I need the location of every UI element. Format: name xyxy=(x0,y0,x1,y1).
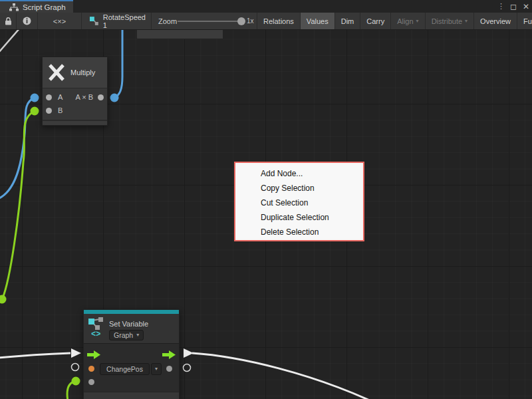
edge-dot-green-end xyxy=(0,295,7,304)
edge-dot-green-b xyxy=(31,107,39,116)
port-ring-right[interactable] xyxy=(184,364,191,372)
info-icon xyxy=(23,17,31,25)
graph-icon xyxy=(9,3,19,11)
code-icon: <×> xyxy=(53,17,66,25)
value-input-port[interactable] xyxy=(88,379,94,385)
tab-title: Script Graph xyxy=(23,3,66,11)
port-b-input[interactable] xyxy=(46,108,52,114)
chevron-down-icon: ▾ xyxy=(416,19,419,24)
menu-item-delete-selection[interactable]: Delete Selection xyxy=(235,225,363,239)
menu-item-cut-selection[interactable]: Cut Selection xyxy=(235,196,363,210)
edge-dot-blue-a xyxy=(31,94,39,102)
breadcrumb-label: RotateSpeed 1 xyxy=(103,13,151,29)
chevron-down-icon: ▾ xyxy=(136,332,139,338)
edge-white-in[interactable] xyxy=(0,353,70,358)
exec-output-arrow[interactable] xyxy=(162,350,176,359)
edge-blue-right[interactable] xyxy=(114,30,122,98)
edge-blue-left[interactable] xyxy=(0,98,35,199)
zoom-label: Zoom xyxy=(158,13,177,29)
port-out-label: A × B xyxy=(75,93,93,101)
toolbar-button-group: Relations Values Dim Carry Align ▾ Distr… xyxy=(257,13,532,29)
node-set-variable[interactable]: <> Set Variable Graph ▾ xyxy=(83,309,180,399)
multiply-x-icon xyxy=(47,64,66,81)
overview-button[interactable]: Overview xyxy=(474,13,517,29)
graph-toolbar: <×> RotateSpeed 1 Zoom 1x Relations Valu… xyxy=(0,13,532,30)
close-icon[interactable]: ✕ xyxy=(523,3,529,11)
port-a-input[interactable] xyxy=(46,94,52,100)
exec-input-arrow[interactable] xyxy=(87,350,100,359)
lock-button[interactable] xyxy=(0,13,17,29)
exec-arrowhead-in xyxy=(71,348,81,358)
edge-dot-blue-out xyxy=(110,94,119,102)
value-output-port[interactable] xyxy=(166,366,172,372)
context-menu: Add Node... Copy Selection Cut Selection… xyxy=(234,162,364,241)
zoom-value: 1x xyxy=(247,13,254,29)
graph-canvas[interactable]: Multiply A A × B B xyxy=(0,30,532,399)
node-title: Set Variable xyxy=(109,320,148,328)
set-variable-footer xyxy=(84,392,179,399)
edge-white-out[interactable] xyxy=(192,353,371,399)
carry-button[interactable]: Carry xyxy=(360,13,391,29)
variable-name-caret-button[interactable]: ▾ xyxy=(151,363,162,375)
script-graph-window: Script Graph ⋮ ◻ ✕ <×> xyxy=(0,0,532,399)
zoom-slider-handle[interactable] xyxy=(237,17,245,25)
set-variable-header: <> Set Variable Graph ▾ xyxy=(84,314,179,343)
menu-item-add-node[interactable]: Add Node... xyxy=(235,166,363,181)
edge-green-left[interactable] xyxy=(3,111,35,298)
svg-text:<>: <> xyxy=(91,330,100,338)
tab-script-graph[interactable]: Script Graph xyxy=(0,0,73,13)
set-variable-icon: <> xyxy=(88,317,105,338)
relations-button[interactable]: Relations xyxy=(257,13,301,29)
variable-scope-dropdown[interactable]: Graph ▾ xyxy=(109,330,144,340)
code-view-button[interactable]: <×> xyxy=(38,13,82,29)
variable-name-dropdown[interactable]: ChangePos xyxy=(100,363,150,375)
port-b-label: B xyxy=(58,106,63,114)
window-controls: ⋮ ◻ ✕ xyxy=(497,0,529,13)
variable-input-port[interactable] xyxy=(88,366,94,372)
node-multiply[interactable]: Multiply A A × B B xyxy=(42,57,108,126)
node-title: Multiply xyxy=(70,68,95,76)
tab-bar: Script Graph ⋮ ◻ ✕ xyxy=(0,0,532,13)
port-a-label: A xyxy=(58,93,63,101)
lock-icon xyxy=(5,17,12,25)
align-dropdown[interactable]: Align ▾ xyxy=(391,13,425,29)
chevron-down-icon: ▾ xyxy=(465,19,467,24)
zoom-slider-track[interactable] xyxy=(178,21,238,22)
graph-node-icon xyxy=(89,16,99,26)
maximize-icon[interactable]: ◻ xyxy=(510,3,517,11)
menu-item-copy-selection[interactable]: Copy Selection xyxy=(235,181,363,196)
port-ring-left[interactable] xyxy=(72,364,79,371)
multiply-header: Multiply xyxy=(43,57,107,88)
edge-white-topleft[interactable] xyxy=(0,30,20,53)
multiply-footer xyxy=(43,120,107,125)
set-variable-body: ChangePos ▾ xyxy=(84,343,179,390)
multiply-body: A A × B B xyxy=(43,88,107,120)
distribute-dropdown[interactable]: Distribute ▾ xyxy=(426,13,474,29)
exec-arrowhead-out xyxy=(184,348,194,358)
dim-button[interactable]: Dim xyxy=(335,13,361,29)
full-screen-button[interactable]: Full Screen xyxy=(517,13,532,29)
chevron-down-icon: ▾ xyxy=(155,366,158,372)
menu-item-duplicate-selection[interactable]: Duplicate Selection xyxy=(235,210,363,225)
port-out-output[interactable] xyxy=(98,94,104,100)
edge-dot-green-setvar xyxy=(72,377,80,386)
values-button[interactable]: Values xyxy=(301,13,335,29)
breadcrumb[interactable]: RotateSpeed 1 xyxy=(82,13,152,29)
window-menu-icon[interactable]: ⋮ xyxy=(497,3,504,10)
info-button[interactable] xyxy=(17,13,38,29)
